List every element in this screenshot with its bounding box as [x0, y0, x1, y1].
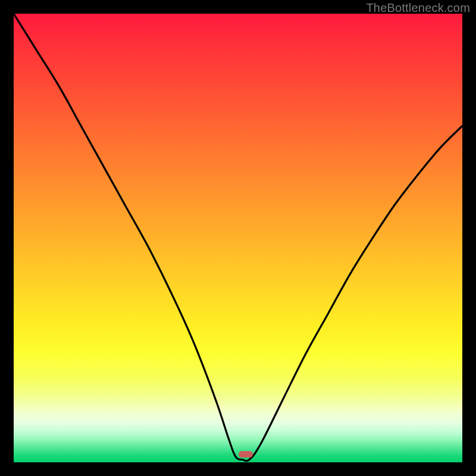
watermark-text: TheBottleneck.com [366, 1, 470, 15]
bottleneck-curve-svg [14, 14, 462, 462]
optimum-marker [239, 451, 253, 458]
bottleneck-curve-path [14, 14, 462, 461]
outer-frame: TheBottleneck.com [0, 0, 476, 476]
